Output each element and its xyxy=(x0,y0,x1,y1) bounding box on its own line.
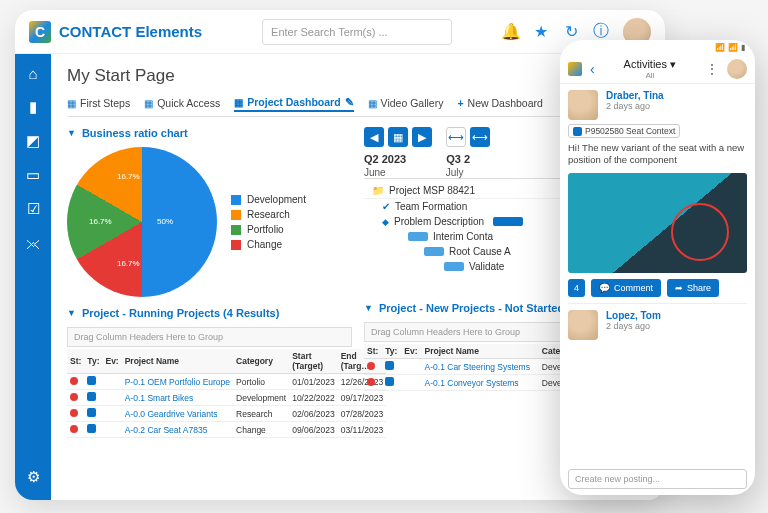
post-author[interactable]: Draber, Tina xyxy=(606,90,664,101)
gantt-bar xyxy=(444,262,464,271)
col-ty[interactable]: Ty: xyxy=(84,349,102,374)
like-count-button[interactable]: 4 xyxy=(568,279,585,297)
legend-item: Change xyxy=(231,239,306,250)
share-button[interactable]: ➦Share xyxy=(667,279,719,297)
gantt-next-button[interactable]: ▶ xyxy=(412,127,432,147)
legend: Development Research Portfolio Change xyxy=(231,194,306,250)
gantt-zoom-b[interactable]: ⟷ xyxy=(470,127,490,147)
col-cat[interactable]: Category xyxy=(233,349,289,374)
label: Project - Running Projects (4 Results) xyxy=(82,307,279,319)
tab-new-dashboard[interactable]: +New Dashboard xyxy=(457,96,542,112)
cell-name[interactable]: A-0.0 Geardrive Variants xyxy=(122,406,233,422)
check-icon[interactable]: ☑ xyxy=(24,200,42,218)
col-st[interactable]: St: xyxy=(67,349,84,374)
caret-down-icon: ▼ xyxy=(67,128,76,138)
tab-quick-access[interactable]: ▦Quick Access xyxy=(144,96,220,112)
card-icon[interactable]: ▭ xyxy=(24,166,42,184)
gear-icon[interactable]: ⚙ xyxy=(24,468,42,486)
share-icon: ➦ xyxy=(675,283,683,293)
table-row[interactable]: A-0.2 Car Seat A7835Change09/06/202303/1… xyxy=(67,422,386,438)
left-col: ▼Business ratio chart 50% 16.7% 16.7% 16… xyxy=(67,127,352,438)
app-logo: C xyxy=(29,21,51,43)
gantt-label: Project MSP 88421 xyxy=(389,185,475,196)
mobile-header: ‹ Activities ▾All ⋮ xyxy=(560,54,755,84)
back-icon[interactable]: ‹ xyxy=(590,61,595,77)
col-name[interactable]: Project Name xyxy=(122,349,233,374)
chart-wrap: 50% 16.7% 16.7% 16.7% Development Resear… xyxy=(67,147,352,297)
info-icon[interactable]: ⓘ xyxy=(593,24,609,40)
block-icon[interactable]: ◩ xyxy=(24,132,42,150)
post-header: Draber, Tina 2 days ago xyxy=(568,90,747,120)
gantt-bar xyxy=(424,247,444,256)
bell-icon[interactable]: 🔔 xyxy=(503,24,519,40)
gantt-prev-button[interactable]: ◀ xyxy=(364,127,384,147)
activity-icon[interactable]: ⩙ xyxy=(24,234,42,252)
table-row[interactable]: A-0.0 Geardrive VariantsResearch02/06/20… xyxy=(67,406,386,422)
diamond-icon: ◆ xyxy=(382,217,389,227)
col-ev[interactable]: Ev: xyxy=(102,349,121,374)
post-avatar[interactable] xyxy=(568,310,598,340)
cell-name[interactable]: A-0.1 Smart Bikes xyxy=(122,390,233,406)
battery-icon: ▮ xyxy=(741,43,745,52)
drag-hint[interactable]: Drag Column Headers Here to Group xyxy=(67,327,352,347)
search-input[interactable]: Enter Search Term(s) ... xyxy=(262,19,452,45)
post-text: Hi! The new variant of the seat with a n… xyxy=(568,142,747,167)
signal-icon: 📶 xyxy=(715,43,725,52)
post-actions: 4 💬Comment ➦Share xyxy=(568,279,747,297)
cell-name[interactable]: A-0.1 Car Steering Systems xyxy=(422,359,539,375)
folder-icon: 📁 xyxy=(372,185,384,196)
user-avatar[interactable] xyxy=(727,59,747,79)
cell: Change xyxy=(233,422,289,438)
cell: 09/06/2023 xyxy=(289,422,338,438)
mobile-frame: 📶📶▮ ‹ Activities ▾All ⋮ Draber, Tina 2 d… xyxy=(560,40,755,495)
caret-down-icon: ▼ xyxy=(364,303,373,313)
more-icon[interactable]: ⋮ xyxy=(705,61,719,77)
type-icon xyxy=(87,392,96,401)
cell-name[interactable]: A-0.2 Car Seat A7835 xyxy=(122,422,233,438)
mobile-title[interactable]: Activities ▾All xyxy=(603,58,697,80)
gantt-label: Problem Description xyxy=(394,216,484,227)
tab-video-gallery[interactable]: ▦Video Gallery xyxy=(368,96,444,112)
gantt-cal-button[interactable]: ▦ xyxy=(388,127,408,147)
history-icon[interactable]: ↻ xyxy=(563,24,579,40)
pencil-icon[interactable]: ✎ xyxy=(345,96,354,108)
cell: Research xyxy=(233,406,289,422)
col-ev[interactable]: Ev: xyxy=(401,344,421,359)
col-st[interactable]: St: xyxy=(364,344,382,359)
pie-label: 16.7% xyxy=(117,259,140,268)
post-image[interactable] xyxy=(568,173,747,273)
home-icon[interactable]: ⌂ xyxy=(24,64,42,82)
table-header: St: Ty: Ev: Project Name Category Start … xyxy=(67,349,386,374)
label: Business ratio chart xyxy=(82,127,188,139)
comment-button[interactable]: 💬Comment xyxy=(591,279,661,297)
col-start[interactable]: Start (Target) xyxy=(289,349,338,374)
col-ty[interactable]: Ty: xyxy=(382,344,401,359)
tab-label: Video Gallery xyxy=(381,97,444,109)
legend-item: Development xyxy=(231,194,306,205)
tab-label: Quick Access xyxy=(157,97,220,109)
pie-label: 16.7% xyxy=(117,172,140,181)
type-icon xyxy=(87,408,96,417)
grid-icon: ▦ xyxy=(368,98,377,109)
chart-section-title[interactable]: ▼Business ratio chart xyxy=(67,127,352,139)
running-title[interactable]: ▼Project - Running Projects (4 Results) xyxy=(67,307,352,319)
col-name[interactable]: Project Name xyxy=(422,344,539,359)
file-icon[interactable]: ▮ xyxy=(24,98,42,116)
type-icon xyxy=(385,377,394,386)
post-author[interactable]: Lopez, Tom xyxy=(606,310,661,321)
type-icon xyxy=(87,376,96,385)
gantt-label: Interim Conta xyxy=(433,231,493,242)
tab-first-steps[interactable]: ▦First Steps xyxy=(67,96,130,112)
legend-label: Portfolio xyxy=(247,224,284,235)
post-avatar[interactable] xyxy=(568,90,598,120)
cell-name[interactable]: A-0.1 Conveyor Systems xyxy=(422,375,539,391)
legend-label: Research xyxy=(247,209,290,220)
table-row[interactable]: P-0.1 OEM Portfolio EuropePortolio01/01/… xyxy=(67,374,386,390)
star-icon[interactable]: ★ xyxy=(533,24,549,40)
gantt-zoom-a[interactable]: ⟷ xyxy=(446,127,466,147)
tab-project-dashboard[interactable]: ▦Project Dashboard ✎ xyxy=(234,96,353,112)
context-pill[interactable]: P9502580 Seat Context xyxy=(568,124,680,138)
table-row[interactable]: A-0.1 Smart BikesDevelopment10/22/202209… xyxy=(67,390,386,406)
cell-name[interactable]: P-0.1 OEM Portfolio Europe xyxy=(122,374,233,390)
compose-input[interactable]: Create new posting... xyxy=(568,469,747,489)
